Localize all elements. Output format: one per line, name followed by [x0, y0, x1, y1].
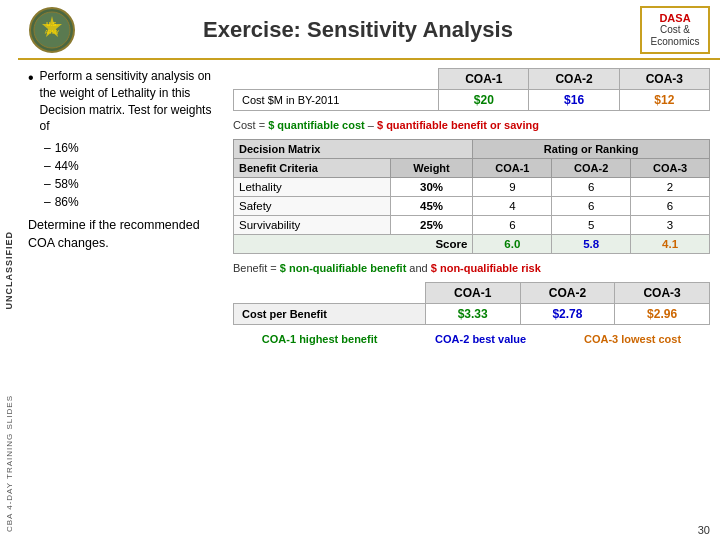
dasa-logo: DASA Cost & Economics [640, 6, 710, 54]
cost-per-benefit-table: COA-1 COA-2 COA-3 Cost per Benefit $3.33… [233, 282, 710, 325]
page-title: Exercise: Sensitivity Analysis [76, 17, 640, 43]
rating-surv-c3: 3 [631, 216, 710, 235]
list-item: – 58% [44, 175, 223, 193]
cost-coa1: $20 [439, 90, 529, 111]
weight-lethality: 30% [390, 178, 473, 197]
cost-table: COA-1 COA-2 COA-3 Cost $M in BY-2011 $20… [233, 68, 710, 111]
dm-col-weight: Weight [390, 159, 473, 178]
criteria-safety: Safety [234, 197, 391, 216]
cpb-coa2-header: COA-2 [520, 283, 615, 304]
dm-col-coa1: COA-1 [473, 159, 552, 178]
left-column: • Perform a sensitivity analysis on the … [28, 68, 223, 528]
score-row: Score 6.0 5.8 4.1 [234, 235, 710, 254]
bottom-label-c3: COA-3 lowest cost [584, 333, 681, 345]
dm-header-right: Rating or Ranking [473, 140, 710, 159]
coa2-header: COA-2 [529, 69, 619, 90]
score-label: Score [234, 235, 473, 254]
dm-col-coa2: COA-2 [552, 159, 631, 178]
cpb-coa1-header: COA-1 [425, 283, 520, 304]
coa3-header: COA-3 [619, 69, 709, 90]
weight-safety: 45% [390, 197, 473, 216]
determine-text: Determine if the recommended COA changes… [28, 217, 223, 252]
cpb-c3: $2.96 [615, 304, 710, 325]
bullet-icon: • [28, 70, 34, 135]
criteria-survivability: Survivability [234, 216, 391, 235]
cpb-c1: $3.33 [425, 304, 520, 325]
rating-safety-c3: 6 [631, 197, 710, 216]
cost-coa2: $16 [529, 90, 619, 111]
list-item: – 44% [44, 157, 223, 175]
cost-coa3: $12 [619, 90, 709, 111]
bullet-text: Perform a sensitivity analysis on the we… [40, 68, 223, 135]
dm-col-coa3: COA-3 [631, 159, 710, 178]
sub-list: – 16% – 44% – 58% – 86% [44, 139, 223, 211]
weight-survivability: 25% [390, 216, 473, 235]
score-c3: 4.1 [631, 235, 710, 254]
cost-equation: Cost = $ quantifiable cost – $ quantifia… [233, 119, 710, 131]
cpb-label: Cost per Benefit [234, 304, 426, 325]
table-row: Safety 45% 4 6 6 [234, 197, 710, 216]
rating-safety-c1: 4 [473, 197, 552, 216]
rating-safety-c2: 6 [552, 197, 631, 216]
bottom-label-c1: COA-1 highest benefit [262, 333, 378, 345]
rating-lethality-c1: 9 [473, 178, 552, 197]
table-row: Survivability 25% 6 5 3 [234, 216, 710, 235]
main-bullet: • Perform a sensitivity analysis on the … [28, 68, 223, 135]
criteria-lethality: Lethality [234, 178, 391, 197]
rating-lethality-c3: 2 [631, 178, 710, 197]
coa1-header: COA-1 [439, 69, 529, 90]
list-item: – 86% [44, 193, 223, 211]
bottom-label-c2: COA-2 best value [435, 333, 526, 345]
benefit-equation: Benefit = $ non-qualifiable benefit and … [233, 262, 710, 274]
army-seal-icon: U.S. ARMY [28, 6, 76, 54]
page-number: 30 [698, 524, 710, 536]
list-item: – 16% [44, 139, 223, 157]
right-column: COA-1 COA-2 COA-3 Cost $M in BY-2011 $20… [233, 68, 710, 528]
header: U.S. ARMY Exercise: Sensitivity Analysis… [18, 0, 720, 60]
table-row: Lethality 30% 9 6 2 [234, 178, 710, 197]
dm-col-criteria: Benefit Criteria [234, 159, 391, 178]
cpb-coa3-header: COA-3 [615, 283, 710, 304]
rating-lethality-c2: 6 [552, 178, 631, 197]
cost-label: Cost $M in BY-2011 [234, 90, 439, 111]
score-c2: 5.8 [552, 235, 631, 254]
training-label: CBA 4-DAY TRAINING SLIDES [0, 0, 18, 540]
cpb-c2: $2.78 [520, 304, 615, 325]
dm-header-left: Decision Matrix [234, 140, 473, 159]
rating-surv-c1: 6 [473, 216, 552, 235]
bottom-labels: COA-1 highest benefit COA-2 best value C… [233, 333, 710, 345]
decision-matrix-table: Decision Matrix Rating or Ranking Benefi… [233, 139, 710, 254]
rating-surv-c2: 5 [552, 216, 631, 235]
score-c1: 6.0 [473, 235, 552, 254]
